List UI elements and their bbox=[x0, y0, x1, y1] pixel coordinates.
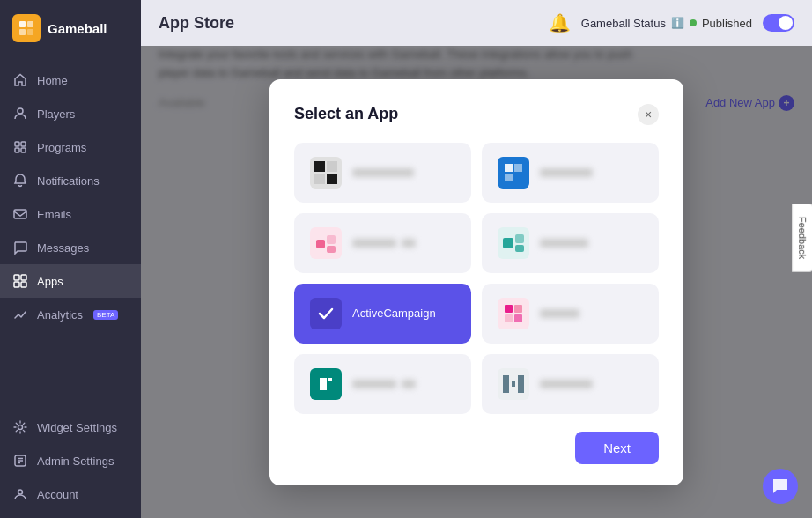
apps-grid: ActiveCampaign bbox=[294, 143, 659, 414]
svg-rect-42 bbox=[518, 375, 524, 393]
beta-badge: BETA bbox=[93, 310, 118, 320]
app-card-1[interactable] bbox=[294, 143, 471, 203]
sidebar-item-account[interactable]: Account bbox=[0, 477, 141, 511]
app-icon-2 bbox=[498, 157, 529, 189]
app-icon-3 bbox=[310, 227, 342, 259]
svg-rect-8 bbox=[21, 148, 26, 152]
chat-bubble[interactable] bbox=[763, 469, 798, 504]
app-name-activecampaign: ActiveCampaign bbox=[352, 307, 436, 320]
sidebar-item-home-label: Home bbox=[37, 74, 68, 87]
svg-rect-5 bbox=[15, 142, 19, 146]
app-name-placeholder-2 bbox=[540, 168, 593, 177]
svg-rect-23 bbox=[314, 174, 325, 184]
sidebar-item-emails[interactable]: Emails bbox=[0, 197, 141, 231]
svg-rect-22 bbox=[327, 161, 337, 172]
next-button[interactable]: Next bbox=[575, 432, 659, 464]
sidebar-bottom: Widget Settings Admin Settings Account bbox=[0, 411, 141, 518]
logo-text: Gameball bbox=[48, 21, 107, 36]
sidebar-item-players[interactable]: Players bbox=[0, 97, 141, 130]
sidebar-item-admin-settings-label: Admin Settings bbox=[37, 455, 114, 468]
svg-rect-6 bbox=[21, 142, 26, 146]
widget-settings-icon bbox=[12, 419, 28, 435]
sidebar-item-analytics[interactable]: Analytics BETA bbox=[0, 298, 141, 331]
messages-icon bbox=[12, 240, 28, 255]
svg-rect-12 bbox=[14, 282, 19, 287]
toggle-knob bbox=[779, 16, 793, 30]
modal-footer: Next bbox=[294, 432, 659, 464]
sidebar-item-players-label: Players bbox=[37, 107, 75, 121]
svg-rect-24 bbox=[505, 164, 513, 172]
svg-rect-25 bbox=[514, 164, 522, 172]
sidebar-item-widget-settings-label: Widget Settings bbox=[37, 421, 117, 434]
svg-rect-31 bbox=[515, 234, 524, 243]
svg-rect-1 bbox=[27, 21, 33, 27]
svg-point-4 bbox=[18, 108, 23, 114]
activecampaign-icon bbox=[310, 298, 342, 329]
svg-rect-20 bbox=[314, 161, 325, 172]
svg-rect-28 bbox=[327, 235, 336, 244]
main-body: Integrate your favorite tools and servic… bbox=[141, 46, 812, 518]
sidebar-item-admin-settings[interactable]: Admin Settings bbox=[0, 444, 141, 477]
players-icon bbox=[12, 106, 28, 122]
app-card-7[interactable] bbox=[294, 354, 471, 414]
sidebar-item-notifications[interactable]: Notifications bbox=[0, 164, 141, 197]
modal-overlay[interactable]: Select an App × bbox=[141, 46, 812, 518]
svg-rect-9 bbox=[14, 210, 26, 218]
svg-point-19 bbox=[18, 490, 23, 494]
app-name-placeholder-3 bbox=[352, 239, 416, 248]
analytics-icon bbox=[12, 307, 28, 322]
svg-rect-34 bbox=[514, 305, 522, 313]
svg-rect-21 bbox=[327, 174, 337, 184]
app-icon-4 bbox=[498, 227, 529, 259]
app-card-8[interactable] bbox=[482, 354, 659, 414]
notification-bell-icon[interactable]: 🔔 bbox=[549, 12, 571, 33]
svg-rect-40 bbox=[503, 375, 509, 393]
app-card-activecampaign[interactable]: ActiveCampaign bbox=[294, 284, 471, 344]
svg-rect-10 bbox=[14, 275, 19, 280]
app-name-placeholder-8 bbox=[540, 380, 593, 388]
svg-rect-27 bbox=[316, 240, 325, 248]
svg-rect-39 bbox=[328, 378, 332, 381]
apps-icon bbox=[12, 273, 28, 289]
sidebar-item-apps[interactable]: Apps bbox=[0, 264, 141, 298]
feedback-tab[interactable]: Feedback bbox=[792, 204, 812, 272]
app-card-6[interactable] bbox=[482, 284, 659, 344]
sidebar-item-programs[interactable]: Programs bbox=[0, 130, 141, 164]
sidebar-item-programs-label: Programs bbox=[37, 141, 86, 154]
svg-rect-7 bbox=[15, 148, 19, 152]
sidebar-item-home[interactable]: Home bbox=[0, 63, 141, 97]
sidebar: Gameball Home Players Programs bbox=[0, 0, 141, 518]
sidebar-item-widget-settings[interactable]: Widget Settings bbox=[0, 411, 141, 444]
sidebar-item-messages[interactable]: Messages bbox=[0, 231, 141, 264]
page-title: App Store bbox=[159, 14, 234, 33]
app-card-3[interactable] bbox=[294, 213, 471, 273]
status-toggle[interactable] bbox=[763, 14, 794, 32]
app-card-4[interactable] bbox=[482, 213, 659, 273]
main-content: App Store 🔔 Gameball Status ℹ️ Published… bbox=[141, 0, 812, 518]
sidebar-item-account-label: Account bbox=[37, 488, 78, 501]
emails-icon bbox=[12, 206, 28, 222]
svg-rect-36 bbox=[514, 314, 522, 322]
sidebar-logo: Gameball bbox=[0, 0, 141, 56]
app-icon-8 bbox=[498, 368, 529, 400]
app-card-2[interactable] bbox=[482, 143, 659, 203]
home-icon bbox=[12, 72, 28, 88]
svg-rect-41 bbox=[512, 381, 515, 387]
sidebar-item-apps-label: Apps bbox=[37, 275, 63, 288]
svg-rect-13 bbox=[21, 282, 26, 287]
svg-rect-29 bbox=[327, 246, 336, 253]
sidebar-item-messages-label: Messages bbox=[37, 241, 89, 255]
svg-rect-26 bbox=[505, 174, 513, 181]
status-dot bbox=[690, 19, 697, 26]
feedback-label: Feedback bbox=[797, 217, 808, 259]
svg-rect-0 bbox=[19, 21, 26, 27]
programs-icon bbox=[12, 139, 28, 155]
admin-settings-icon bbox=[12, 453, 28, 469]
svg-rect-30 bbox=[503, 238, 513, 248]
svg-rect-35 bbox=[505, 314, 513, 322]
sidebar-nav: Home Players Programs Notifications bbox=[0, 56, 141, 518]
modal-close-button[interactable]: × bbox=[638, 104, 659, 125]
notifications-icon bbox=[12, 173, 28, 189]
topbar-right: 🔔 Gameball Status ℹ️ Published bbox=[549, 12, 794, 33]
status-value: Published bbox=[702, 17, 752, 30]
